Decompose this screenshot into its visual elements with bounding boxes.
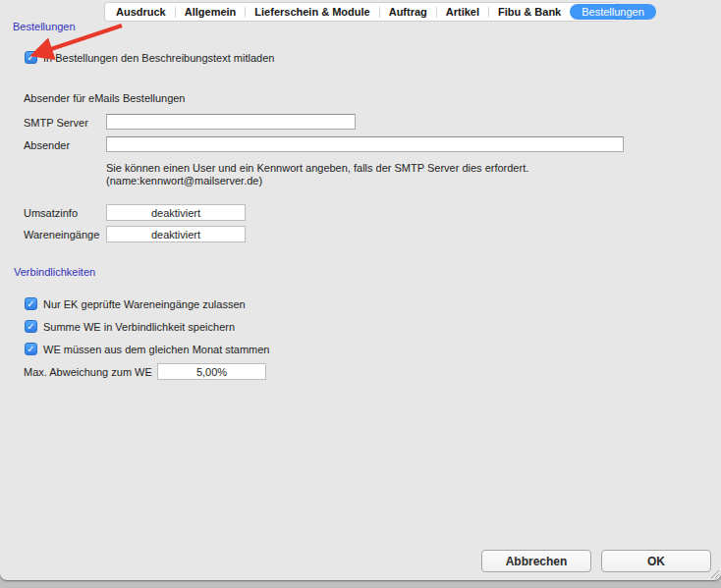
tab-bar: Ausdruck Allgemein Lieferschein & Module… [104, 2, 619, 22]
tab-allgemein[interactable]: Allgemein [176, 6, 246, 18]
tab-lieferschein-module[interactable]: Lieferschein & Module [246, 6, 378, 18]
preferences-window: Ausdruck Allgemein Lieferschein & Module… [0, 0, 721, 580]
wareneingaenge-value-field[interactable]: deaktiviert [106, 226, 246, 242]
tab-fibu-bank[interactable]: Fibu & Bank [489, 6, 570, 18]
section-header-verbindlichkeiten: Verbindlichkeiten [14, 266, 95, 278]
smtp-server-label: SMTP Server [24, 117, 88, 129]
checkbox-checked-icon[interactable]: ✓ [25, 297, 37, 310]
tab-artikel[interactable]: Artikel [437, 6, 488, 18]
wareneingaenge-label: Wareneingänge [24, 229, 99, 241]
max-abweichung-label: Max. Abweichung zum WE [24, 366, 152, 378]
resize-grip-icon[interactable] [709, 568, 720, 579]
max-abweichung-value-field[interactable]: 5,00% [157, 363, 266, 380]
checkbox-checked-icon[interactable]: ✓ [25, 320, 37, 333]
section-header-bestellungen: Bestellungen [13, 21, 76, 32]
umsatzinfo-value-field[interactable]: deaktiviert [106, 204, 246, 221]
tab-auftrag[interactable]: Auftrag [380, 6, 436, 18]
ok-button[interactable]: OK [601, 550, 711, 572]
checkbox-checked-icon[interactable]: ✓ [25, 51, 37, 64]
cancel-button[interactable]: Abbrechen [481, 550, 591, 572]
checkbox-label: In Bestellungen den Beschreibungstext mi… [43, 52, 274, 64]
absender-section-title: Absender für eMails Bestellungen [24, 92, 185, 104]
checkbox-label: WE müssen aus dem gleichen Monat stammen [43, 344, 270, 355]
absender-input[interactable] [106, 136, 624, 152]
checkbox-row-nur-ek[interactable]: ✓ Nur EK geprüfte Wareneingänge zulassen [25, 297, 246, 310]
smtp-hint-line1: Sie können einen User und ein Kennwort a… [106, 162, 528, 175]
checkbox-row-we-monat[interactable]: ✓ WE müssen aus dem gleichen Monat stamm… [25, 343, 270, 355]
tab-ausdruck[interactable]: Ausdruck [107, 6, 175, 18]
tab-bestellungen-selected[interactable]: Bestellungen [570, 4, 656, 20]
smtp-server-input[interactable] [106, 114, 356, 130]
checkbox-row-beschreibungstext[interactable]: ✓ In Bestellungen den Beschreibungstext … [25, 51, 274, 64]
checkbox-label: Nur EK geprüfte Wareneingänge zulassen [43, 298, 246, 310]
smtp-hint-line2: (name:kennwort@mailserver.de) [106, 175, 262, 187]
checkbox-row-summe-we[interactable]: ✓ Summe WE in Verbindlichkeit speichern [25, 320, 235, 333]
umsatzinfo-label: Umsatzinfo [24, 207, 78, 219]
absender-label: Absender [24, 139, 70, 151]
checkbox-label: Summe WE in Verbindlichkeit speichern [43, 321, 235, 333]
checkbox-checked-icon[interactable]: ✓ [25, 343, 37, 355]
